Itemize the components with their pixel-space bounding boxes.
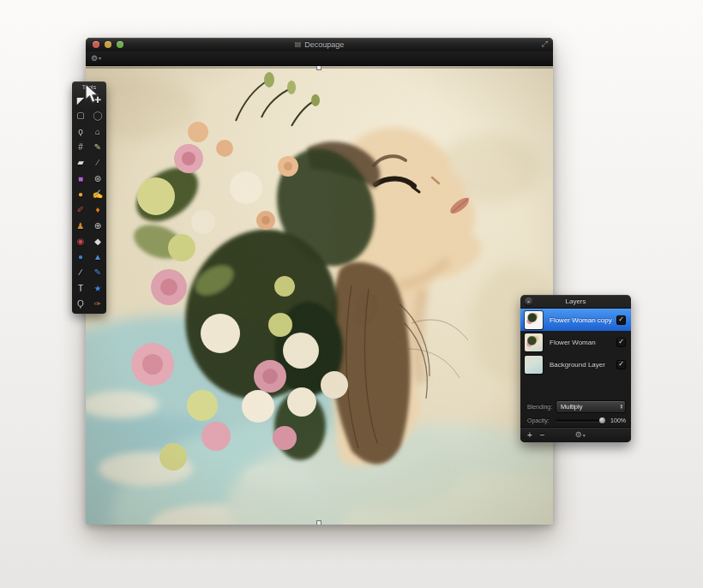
opacity-slider-track (556, 419, 605, 422)
layers-empty-area (520, 375, 631, 399)
brush-tool[interactable]: ✍ (89, 187, 106, 202)
smudge-tool[interactable]: ♦ (89, 202, 106, 218)
window-toolbar: ⚙ ▾ (86, 51, 553, 66)
tools-palette-title: Tools (72, 81, 106, 93)
gear-icon[interactable]: ⚙ (91, 55, 98, 63)
blending-row: Blending: Multiply ▴▾ (520, 399, 631, 413)
red-brush-tool[interactable]: ✐ (72, 202, 89, 218)
ellipse-marquee-tool-icon: ◯ (93, 111, 102, 120)
add-layer-button[interactable]: + (527, 431, 532, 440)
pattern-tool[interactable]: ⊛ (89, 171, 106, 186)
arrow-tool-icon: ◤ (77, 96, 84, 105)
fill-tool[interactable]: ● (72, 187, 89, 202)
move-tool-icon: ✚ (94, 96, 101, 105)
remove-layer-button[interactable]: − (540, 431, 545, 440)
canvas-resize-handle-bottom[interactable] (316, 520, 321, 525)
crop-tool-icon: # (78, 143, 83, 152)
clone-stamp-tool-icon: ♟ (77, 222, 85, 231)
layer-name: Background Layer (550, 361, 616, 369)
canvas[interactable] (86, 66, 553, 525)
canvas-artwork (86, 66, 553, 525)
tools-palette: Tools ◤✚▢◯ϙ⌂#✎▰∕■⊛●✍✐♦♟⊕◉◆●▲∕✎T★Ϙ✑ (72, 81, 106, 314)
shapes-tool[interactable]: ★ (89, 281, 106, 297)
opacity-slider-knob[interactable] (599, 417, 605, 423)
ellipse-marquee-tool[interactable]: ◯ (89, 108, 106, 123)
document-proxy-icon: ▤ (295, 41, 302, 48)
sponge-tool[interactable]: ● (72, 249, 89, 265)
sponge-tool-icon: ● (78, 253, 83, 261)
smudge-tool-icon: ♦ (95, 206, 99, 214)
line-tool[interactable]: ∕ (89, 155, 106, 171)
zoom-tool-icon: Ϙ (77, 300, 84, 309)
minimize-button[interactable] (105, 41, 111, 48)
shapes-tool-icon: ★ (94, 285, 102, 293)
eyedropper-tool[interactable]: ✑ (89, 297, 106, 312)
blending-label: Blending: (527, 404, 556, 410)
canvas-resize-handle-top[interactable] (316, 66, 321, 70)
opacity-value: 100% (609, 417, 626, 423)
layer-row[interactable]: Flower Woman copy✓ (520, 309, 631, 331)
move-tool[interactable]: ✚ (89, 93, 106, 108)
lasso-tool[interactable]: ϙ (72, 124, 89, 140)
opacity-slider[interactable] (556, 415, 605, 425)
sharpen-tool[interactable]: ▲ (89, 249, 106, 265)
layers-footer: + − ⚙ ▾ (520, 427, 631, 442)
heal-tool[interactable]: ⊕ (89, 218, 106, 233)
layer-actions-button[interactable]: ⚙ ▾ (575, 431, 586, 439)
opacity-row: Opacity: 100% (520, 413, 631, 427)
layer-row[interactable]: Background Layer✓ (520, 353, 631, 375)
type-tool[interactable]: T (72, 281, 89, 297)
close-icon[interactable]: × (525, 297, 532, 305)
pen-tool-icon: ✎ (94, 268, 101, 277)
quick-select-tool-icon: ✎ (94, 143, 101, 152)
chisel-eraser-tool-icon: ◆ (94, 237, 101, 246)
red-eye-tool[interactable]: ◉ (72, 234, 89, 249)
pencil-tool[interactable]: ∕ (72, 265, 89, 280)
blending-popup[interactable]: Multiply ▴▾ (556, 400, 626, 413)
blending-value: Multiply (561, 403, 621, 411)
crop-tool[interactable]: # (72, 140, 89, 155)
titlebar[interactable]: ▤ Decoupage ⤢ (86, 38, 553, 51)
layer-visibility-checkbox[interactable]: ✓ (616, 315, 626, 325)
layer-visibility-checkbox[interactable]: ✓ (616, 360, 626, 369)
lasso-tool-icon: ϙ (78, 128, 83, 136)
line-tool-icon: ∕ (97, 159, 99, 167)
eyedropper-tool-icon: ✑ (94, 300, 101, 309)
layer-thumbnail[interactable] (525, 311, 543, 329)
chisel-eraser-tool[interactable]: ◆ (89, 234, 106, 249)
layers-panel-header[interactable]: × Layers (520, 295, 631, 309)
chevron-down-icon: ▾ (99, 56, 101, 61)
layer-name: Flower Woman copy (550, 316, 616, 324)
zoom-button[interactable] (117, 41, 123, 48)
arrow-tool[interactable]: ◤ (72, 93, 89, 108)
pen-tool[interactable]: ✎ (89, 265, 106, 280)
sharpen-tool-icon: ▲ (93, 253, 102, 261)
layer-thumbnail[interactable] (525, 333, 543, 351)
gradient-tool[interactable]: ■ (72, 171, 89, 186)
tools-grid: ◤✚▢◯ϙ⌂#✎▰∕■⊛●✍✐♦♟⊕◉◆●▲∕✎T★Ϙ✑ (72, 93, 106, 314)
eraser-tool-icon: ▰ (77, 159, 84, 167)
layers-panel-title: Layers (565, 297, 586, 305)
layer-row[interactable]: Flower Woman✓ (520, 331, 631, 353)
opacity-label: Opacity: (527, 417, 556, 423)
layer-visibility-checkbox[interactable]: ✓ (616, 338, 626, 347)
close-button[interactable] (93, 41, 99, 48)
rect-marquee-tool[interactable]: ▢ (72, 108, 89, 123)
clone-stamp-tool[interactable]: ♟ (72, 218, 89, 233)
eraser-tool[interactable]: ▰ (72, 155, 89, 171)
layer-name: Flower Woman (550, 339, 616, 346)
gear-icon: ⚙ (575, 431, 582, 439)
polygon-lasso-tool[interactable]: ⌂ (89, 124, 106, 140)
red-eye-tool-icon: ◉ (77, 237, 85, 246)
brush-tool-icon: ✍ (93, 190, 103, 199)
fullscreen-icon[interactable]: ⤢ (542, 40, 548, 48)
zoom-tool[interactable]: Ϙ (72, 297, 89, 312)
desktop: ▤ Decoupage ⤢ ⚙ ▾ (0, 0, 703, 588)
gradient-tool-icon: ■ (78, 175, 83, 183)
quick-select-tool[interactable]: ✎ (89, 140, 106, 155)
heal-tool-icon: ⊕ (94, 222, 101, 231)
red-brush-tool-icon: ✐ (77, 206, 84, 214)
rect-marquee-tool-icon: ▢ (76, 111, 84, 120)
type-tool-icon: T (78, 285, 83, 293)
layer-thumbnail[interactable] (525, 356, 543, 374)
